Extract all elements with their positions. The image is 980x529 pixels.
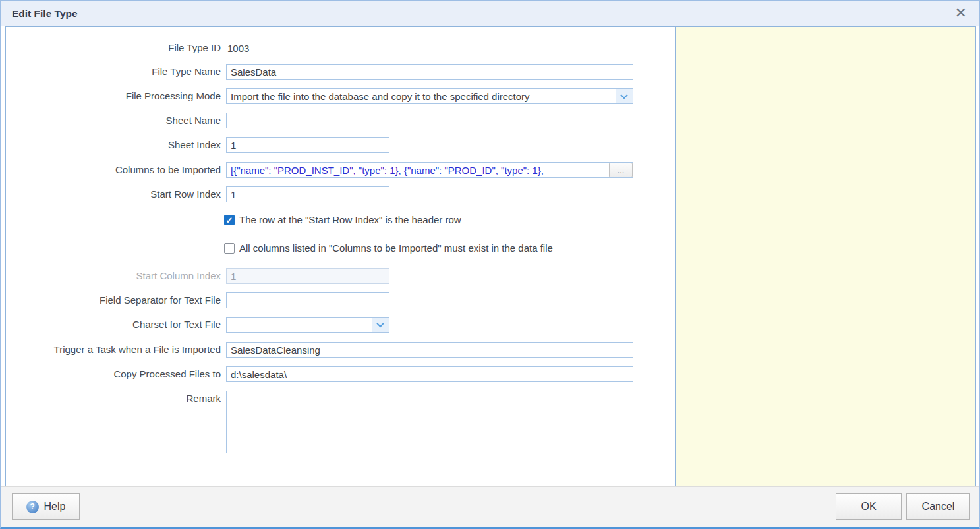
start-column-index-input [226, 268, 389, 284]
cancel-button-label: Cancel [922, 501, 955, 513]
ok-button-label: OK [861, 501, 876, 513]
columns-browse-button[interactable]: ... [609, 163, 633, 177]
columns-to-import-label: Columns to be Imported [6, 162, 221, 178]
help-button-label: Help [44, 501, 66, 513]
charset-select[interactable] [226, 317, 389, 333]
footer-bar: ? Help OK Cancel [1, 486, 979, 527]
trigger-task-input[interactable] [226, 342, 633, 358]
side-panel [675, 26, 976, 487]
edit-file-type-dialog: Edit File Type ✕ File Type ID 1003 File … [0, 0, 980, 529]
columns-must-exist-checkbox-row[interactable]: ✓ All columns listed in "Columns to be I… [224, 242, 553, 254]
close-icon[interactable]: ✕ [951, 4, 971, 22]
row-file-type-id: File Type ID 1003 [6, 40, 249, 56]
remark-textarea[interactable] [226, 391, 633, 453]
help-button[interactable]: ? Help [12, 493, 80, 520]
form-panel: File Type ID 1003 File Type Name File Pr… [5, 26, 676, 487]
columns-must-exist-checkbox[interactable]: ✓ [224, 243, 235, 254]
header-row-checkbox-label[interactable]: The row at the "Start Row Index" is the … [239, 214, 461, 225]
row-sheet-index: Sheet Index [6, 137, 389, 153]
file-type-name-input[interactable] [226, 64, 633, 80]
sheet-index-label: Sheet Index [6, 137, 221, 153]
copy-processed-files-label: Copy Processed Files to [6, 366, 221, 382]
row-remark: Remark [6, 391, 633, 406]
file-type-id-label: File Type ID [6, 40, 221, 56]
sheet-index-input[interactable] [226, 137, 389, 153]
remark-label: Remark [6, 391, 221, 406]
columns-to-import-field: ... [226, 162, 633, 178]
file-processing-mode-select[interactable]: Import the file into the database and co… [226, 88, 633, 104]
file-type-name-label: File Type Name [6, 64, 221, 80]
sheet-name-input[interactable] [226, 113, 389, 128]
row-copy-processed-files: Copy Processed Files to [6, 366, 633, 382]
start-column-index-label: Start Column Index [6, 268, 221, 284]
file-type-id-value: 1003 [226, 43, 249, 54]
row-sheet-name: Sheet Name [6, 113, 389, 128]
row-trigger-task: Trigger a Task when a File is Imported [6, 342, 633, 358]
chevron-down-icon [372, 318, 389, 332]
sheet-name-label: Sheet Name [6, 113, 221, 128]
columns-to-import-input[interactable] [227, 163, 609, 177]
row-start-column-index: Start Column Index [6, 268, 389, 284]
start-row-index-label: Start Row Index [6, 186, 221, 202]
field-separator-input[interactable] [226, 292, 389, 308]
ok-button[interactable]: OK [836, 493, 902, 520]
file-processing-mode-label: File Processing Mode [6, 88, 221, 104]
dialog-title: Edit File Type [12, 8, 78, 20]
chevron-down-icon [616, 89, 633, 103]
trigger-task-label: Trigger a Task when a File is Imported [6, 342, 221, 358]
cancel-button[interactable]: Cancel [906, 493, 970, 520]
row-charset: Charset for Text File [6, 317, 389, 333]
row-start-row-index: Start Row Index [6, 186, 389, 202]
start-row-index-input[interactable] [226, 186, 389, 202]
help-icon: ? [26, 501, 39, 513]
file-processing-mode-value: Import the file into the database and co… [231, 91, 530, 102]
copy-processed-files-input[interactable] [226, 366, 633, 382]
header-row-checkbox-row[interactable]: ✓ The row at the "Start Row Index" is th… [224, 214, 461, 225]
columns-must-exist-checkbox-label[interactable]: All columns listed in "Columns to be Imp… [239, 242, 553, 254]
row-file-type-name: File Type Name [6, 64, 633, 80]
row-columns-to-import: Columns to be Imported ... [6, 162, 633, 178]
field-separator-label: Field Separator for Text File [6, 292, 221, 308]
row-field-separator: Field Separator for Text File [6, 292, 389, 308]
check-icon: ✓ [225, 215, 234, 225]
charset-label: Charset for Text File [6, 317, 221, 333]
dialog-titlebar: Edit File Type ✕ [1, 1, 979, 26]
header-row-checkbox[interactable]: ✓ [224, 215, 235, 225]
row-file-processing-mode: File Processing Mode Import the file int… [6, 88, 633, 104]
